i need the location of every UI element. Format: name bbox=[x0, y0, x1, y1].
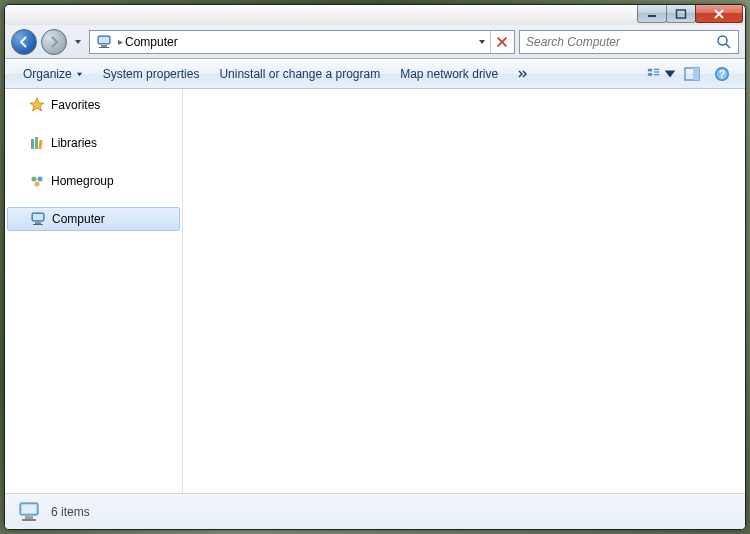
svg-rect-11 bbox=[654, 71, 659, 72]
titlebar bbox=[5, 5, 745, 25]
sidebar-item-libraries[interactable]: Libraries bbox=[5, 131, 182, 155]
svg-rect-14 bbox=[693, 68, 699, 80]
svg-point-21 bbox=[32, 177, 37, 182]
address-location[interactable]: Computer bbox=[125, 35, 474, 49]
forward-button[interactable] bbox=[41, 29, 67, 55]
preview-pane-button[interactable] bbox=[677, 63, 707, 85]
svg-rect-26 bbox=[35, 222, 41, 224]
sidebar-item-favorites[interactable]: Favorites bbox=[5, 93, 182, 117]
svg-text:?: ? bbox=[719, 69, 725, 80]
sidebar-item-label: Libraries bbox=[51, 136, 97, 150]
svg-rect-4 bbox=[101, 45, 107, 47]
svg-rect-29 bbox=[22, 504, 37, 513]
svg-rect-31 bbox=[22, 519, 36, 521]
svg-point-22 bbox=[38, 177, 43, 182]
address-dropdown[interactable] bbox=[474, 38, 490, 46]
svg-rect-30 bbox=[25, 516, 33, 519]
svg-rect-0 bbox=[648, 15, 656, 17]
chevron-down-icon bbox=[76, 67, 83, 81]
svg-line-7 bbox=[726, 44, 730, 48]
system-properties-button[interactable]: System properties bbox=[93, 63, 210, 85]
back-button[interactable] bbox=[11, 29, 37, 55]
computer-icon bbox=[96, 34, 112, 50]
search-input[interactable] bbox=[526, 35, 716, 49]
search-box[interactable] bbox=[519, 30, 739, 54]
svg-rect-3 bbox=[99, 37, 109, 43]
details-pane: 6 items bbox=[5, 493, 745, 529]
svg-rect-19 bbox=[35, 137, 38, 149]
command-bar: Organize System properties Uninstall or … bbox=[5, 59, 745, 89]
svg-rect-8 bbox=[648, 68, 652, 71]
address-bar[interactable]: ▸ Computer bbox=[89, 30, 515, 54]
refresh-button[interactable] bbox=[490, 31, 512, 53]
svg-rect-5 bbox=[99, 47, 109, 48]
svg-rect-20 bbox=[38, 140, 42, 149]
homegroup-icon bbox=[29, 173, 45, 189]
status-text: 6 items bbox=[51, 505, 90, 519]
svg-rect-10 bbox=[654, 68, 659, 69]
sidebar-item-label: Homegroup bbox=[51, 174, 114, 188]
close-button[interactable] bbox=[695, 5, 743, 23]
svg-rect-1 bbox=[677, 10, 686, 18]
minimize-button[interactable] bbox=[637, 5, 667, 23]
explorer-window: ▸ Computer Organize System properties Un… bbox=[4, 4, 746, 530]
computer-icon bbox=[17, 500, 41, 524]
navigation-row: ▸ Computer bbox=[5, 25, 745, 59]
svg-rect-18 bbox=[31, 139, 34, 149]
content-area: Favorites Libraries Homegroup Computer bbox=[5, 89, 745, 493]
sidebar-item-label: Computer bbox=[52, 212, 105, 226]
maximize-button[interactable] bbox=[666, 5, 696, 23]
organize-label: Organize bbox=[23, 67, 72, 81]
navigation-pane: Favorites Libraries Homegroup Computer bbox=[5, 89, 183, 493]
help-button[interactable]: ? bbox=[707, 63, 737, 85]
svg-point-23 bbox=[35, 182, 40, 187]
search-icon[interactable] bbox=[716, 34, 732, 50]
breadcrumb-separator: ▸ bbox=[118, 36, 123, 47]
sidebar-item-homegroup[interactable]: Homegroup bbox=[5, 169, 182, 193]
overflow-menu[interactable] bbox=[508, 65, 538, 83]
svg-rect-9 bbox=[648, 73, 652, 76]
organize-menu[interactable]: Organize bbox=[13, 63, 93, 85]
libraries-icon bbox=[29, 135, 45, 151]
sidebar-item-label: Favorites bbox=[51, 98, 100, 112]
svg-rect-27 bbox=[33, 224, 43, 225]
nav-history-dropdown[interactable] bbox=[71, 32, 85, 52]
svg-point-6 bbox=[718, 36, 727, 45]
star-icon bbox=[29, 97, 45, 113]
items-view[interactable] bbox=[183, 89, 745, 493]
svg-rect-12 bbox=[654, 74, 659, 75]
computer-icon bbox=[30, 211, 46, 227]
svg-rect-25 bbox=[33, 214, 43, 220]
view-options-button[interactable] bbox=[647, 63, 677, 85]
uninstall-program-button[interactable]: Uninstall or change a program bbox=[209, 63, 390, 85]
map-network-drive-button[interactable]: Map network drive bbox=[390, 63, 508, 85]
sidebar-item-computer[interactable]: Computer bbox=[7, 207, 180, 231]
